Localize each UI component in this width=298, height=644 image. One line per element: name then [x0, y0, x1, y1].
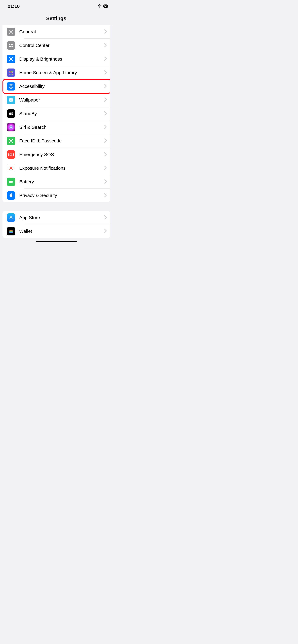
row-exposure[interactable]: Exposure Notifications [3, 161, 110, 175]
chevron-right-icon [104, 138, 107, 143]
standby-icon [7, 110, 15, 118]
svg-point-40 [11, 127, 12, 128]
row-appstore[interactable]: App Store [3, 211, 110, 224]
hand-icon [7, 191, 15, 200]
row-label: StandBy [19, 111, 104, 116]
row-battery[interactable]: Battery [3, 175, 110, 189]
chevron-right-icon [104, 193, 107, 198]
battery-icon: 50 [103, 4, 108, 8]
row-sos[interactable]: SOSEmergency SOS [3, 148, 110, 161]
chevron-right-icon [104, 70, 107, 75]
apps-icon [7, 68, 15, 77]
svg-line-10 [9, 57, 10, 58]
row-siri[interactable]: Siri & Search [3, 120, 110, 134]
svg-point-4 [12, 46, 13, 47]
chevron-right-icon [104, 152, 107, 157]
accessibility-icon [7, 82, 15, 90]
chevron-right-icon [104, 43, 107, 48]
row-label: Display & Brightness [19, 56, 104, 62]
svg-rect-19 [12, 72, 13, 73]
exposure-icon [7, 164, 15, 172]
svg-rect-14 [9, 71, 10, 72]
svg-point-44 [10, 167, 12, 169]
row-control-center[interactable]: Control Center [3, 38, 110, 52]
settings-group: App StoreWallet [3, 211, 110, 238]
svg-point-50 [12, 166, 13, 167]
header: Settings [0, 11, 112, 25]
row-label: Emergency SOS [19, 152, 104, 157]
row-wallet[interactable]: Wallet [3, 224, 110, 238]
airplane-mode-icon [98, 4, 102, 9]
row-display[interactable]: Display & Brightness [3, 52, 110, 66]
svg-point-45 [11, 166, 11, 166]
battery-level: 50 [104, 5, 107, 8]
row-label: General [19, 29, 104, 34]
svg-line-11 [12, 60, 13, 61]
svg-point-2 [10, 44, 11, 45]
faceid-icon [7, 137, 15, 145]
svg-point-41 [10, 140, 11, 140]
svg-rect-56 [10, 231, 13, 232]
appstore-icon [7, 214, 15, 222]
row-label: App Store [19, 215, 104, 220]
row-privacy[interactable]: Privacy & Security [3, 189, 110, 202]
settings-group: GeneralControl CenterDisplay & Brightnes… [3, 25, 110, 202]
row-label: Siri & Search [19, 124, 104, 130]
svg-point-5 [10, 58, 12, 60]
svg-rect-53 [9, 181, 13, 183]
row-label: Accessibility [19, 84, 104, 89]
svg-rect-15 [11, 71, 12, 72]
svg-line-12 [9, 60, 10, 61]
row-label: Wallpaper [19, 97, 104, 102]
svg-point-51 [10, 169, 10, 170]
row-faceid[interactable]: Face ID & Passcode [3, 134, 110, 148]
row-label: Battery [19, 179, 104, 184]
svg-rect-57 [10, 231, 13, 232]
row-label: Wallet [19, 228, 104, 234]
svg-point-48 [13, 168, 13, 168]
row-label: Exposure Notifications [19, 166, 104, 171]
battery-icon [7, 178, 15, 186]
row-label: Home Screen & App Library [19, 70, 104, 75]
svg-rect-21 [11, 74, 12, 74]
svg-point-0 [11, 31, 12, 32]
home-indicator[interactable] [36, 241, 77, 242]
sos-icon: SOS [7, 150, 15, 159]
row-standby[interactable]: StandBy [3, 107, 110, 120]
chevron-right-icon [104, 29, 107, 34]
svg-rect-16 [12, 71, 13, 72]
wallet-icon [7, 227, 15, 236]
chevron-right-icon [104, 98, 107, 102]
svg-rect-20 [9, 74, 10, 74]
chevron-right-icon [104, 229, 107, 234]
svg-rect-54 [13, 181, 13, 182]
svg-point-46 [11, 170, 11, 170]
row-accessibility[interactable]: Accessibility [3, 80, 110, 93]
row-label: Control Center [19, 43, 104, 48]
svg-rect-22 [12, 74, 13, 74]
chevron-right-icon [104, 84, 107, 89]
sun-icon [7, 55, 15, 63]
svg-rect-17 [9, 72, 10, 73]
row-label: Privacy & Security [19, 193, 104, 198]
chevron-right-icon [104, 125, 107, 130]
row-wallpaper[interactable]: Wallpaper [3, 93, 110, 107]
svg-line-13 [12, 57, 13, 58]
flower-icon [7, 96, 15, 104]
gear-icon [7, 28, 15, 36]
svg-point-47 [9, 168, 10, 168]
svg-point-52 [12, 169, 13, 170]
chevron-right-icon [104, 56, 107, 62]
svg-rect-58 [10, 232, 13, 233]
status-icons: 50 [98, 4, 108, 9]
svg-rect-55 [10, 230, 13, 231]
row-home-screen[interactable]: Home Screen & App Library [3, 66, 110, 80]
svg-point-49 [10, 166, 10, 167]
chevron-right-icon [104, 179, 107, 184]
siri-icon [7, 123, 15, 132]
row-general[interactable]: General [3, 25, 110, 38]
row-label: Face ID & Passcode [19, 138, 104, 144]
chevron-right-icon [104, 166, 107, 171]
svg-point-24 [11, 85, 12, 86]
chevron-right-icon [104, 111, 107, 116]
